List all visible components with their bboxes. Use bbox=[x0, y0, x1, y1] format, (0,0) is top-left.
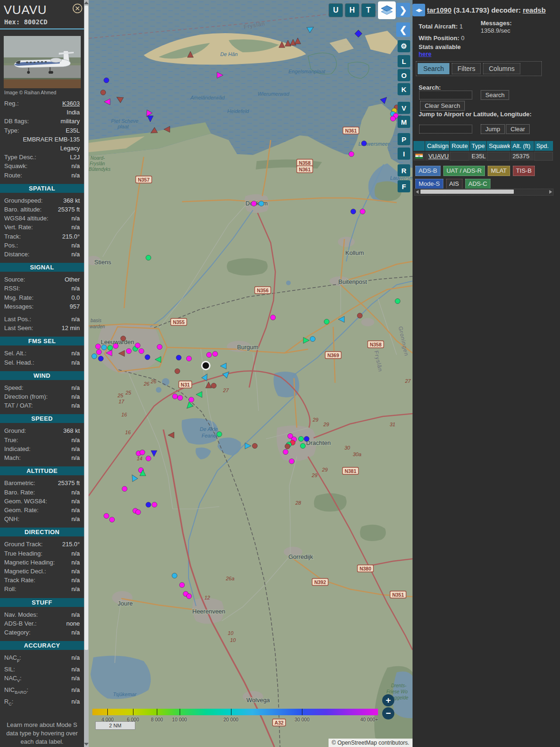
badge-mode-s[interactable]: Mode-S bbox=[415, 179, 443, 189]
aircraft-marker[interactable] bbox=[126, 349, 132, 354]
tar1090-link[interactable]: tar1090 bbox=[427, 6, 452, 14]
column-header[interactable]: Squawk bbox=[487, 141, 510, 151]
table-row[interactable]: VUAVUE35L25375 bbox=[413, 152, 553, 161]
badge-ads-b[interactable]: ADS-B bbox=[415, 166, 441, 176]
aircraft-marker[interactable] bbox=[289, 459, 294, 464]
aircraft-marker[interactable] bbox=[211, 383, 217, 388]
aircraft-marker[interactable] bbox=[104, 78, 109, 83]
aircraft-marker[interactable] bbox=[349, 152, 354, 157]
aircraft-marker[interactable] bbox=[301, 444, 306, 449]
aircraft-marker[interactable] bbox=[271, 315, 276, 320]
info-value[interactable]: K3603 bbox=[21, 99, 80, 108]
scroll-left-icon[interactable] bbox=[416, 190, 419, 194]
aircraft-marker[interactable] bbox=[252, 444, 258, 449]
aircraft-marker[interactable] bbox=[146, 255, 151, 261]
map-button-k[interactable]: K bbox=[398, 83, 410, 95]
badge-uat-ads-r[interactable]: UAT / ADS-R bbox=[443, 166, 485, 176]
tab-filters[interactable]: Filters bbox=[452, 63, 481, 74]
selected-aircraft-marker[interactable] bbox=[202, 362, 210, 370]
map-button-i[interactable]: I bbox=[398, 148, 410, 160]
search-button[interactable]: Search bbox=[481, 90, 509, 100]
aircraft-marker[interactable] bbox=[360, 209, 365, 214]
close-icon[interactable] bbox=[72, 3, 83, 14]
clear-search-button[interactable]: Clear Search bbox=[420, 101, 465, 111]
aircraft-marker[interactable] bbox=[97, 350, 102, 355]
settings-button[interactable]: ⚙ bbox=[398, 40, 410, 52]
jump-button[interactable]: Jump bbox=[481, 124, 505, 134]
aircraft-marker[interactable] bbox=[121, 336, 126, 341]
search-input[interactable] bbox=[419, 91, 472, 99]
map-button-o[interactable]: O bbox=[398, 69, 410, 81]
aircraft-marker[interactable] bbox=[146, 502, 151, 507]
scroll-down-icon[interactable] bbox=[84, 743, 89, 746]
map-button-h[interactable]: H bbox=[345, 4, 359, 17]
aircraft-marker[interactable] bbox=[157, 345, 162, 350]
aircraft-marker[interactable] bbox=[324, 319, 329, 324]
scroll-right-icon[interactable] bbox=[549, 190, 552, 194]
callsign-link[interactable]: VUAVU bbox=[428, 153, 449, 160]
aircraft-marker[interactable] bbox=[102, 345, 107, 350]
map-button-m[interactable]: M bbox=[398, 116, 410, 128]
aircraft-marker[interactable] bbox=[299, 437, 304, 442]
aircraft-marker[interactable] bbox=[304, 437, 309, 442]
readsb-link[interactable]: readsb bbox=[523, 6, 546, 14]
map-attribution[interactable]: © OpenStreetMap contributors. bbox=[329, 739, 413, 747]
scroll-up-icon[interactable] bbox=[84, 1, 89, 4]
badge-ais[interactable]: AIS bbox=[446, 179, 462, 189]
column-header[interactable]: Route bbox=[450, 141, 469, 151]
aircraft-marker[interactable] bbox=[283, 450, 288, 455]
aircraft-marker[interactable] bbox=[110, 517, 115, 522]
column-header[interactable]: Spd. bbox=[534, 141, 553, 151]
aircraft-marker[interactable] bbox=[139, 349, 144, 354]
aircraft-marker[interactable] bbox=[180, 583, 185, 588]
layers-button[interactable] bbox=[378, 1, 396, 19]
aircraft-marker[interactable] bbox=[152, 502, 157, 507]
scrollbar-thumb[interactable] bbox=[84, 6, 88, 650]
aircraft-marker[interactable] bbox=[187, 594, 192, 599]
column-header[interactable]: Type bbox=[470, 141, 487, 151]
aircraft-marker[interactable] bbox=[173, 394, 178, 399]
badge-mlat[interactable]: MLAT bbox=[488, 166, 510, 176]
zoom-in-button[interactable]: + bbox=[382, 694, 394, 706]
sidebar-scrollbar[interactable] bbox=[84, 0, 89, 747]
aircraft-marker[interactable] bbox=[96, 344, 101, 349]
aircraft-marker[interactable] bbox=[145, 355, 150, 360]
aircraft-marker[interactable] bbox=[140, 450, 145, 455]
aircraft-marker[interactable] bbox=[108, 345, 113, 351]
aircraft-marker[interactable] bbox=[146, 456, 151, 461]
panel-expand-button[interactable]: ❯ bbox=[396, 3, 410, 17]
badge-ads-c[interactable]: ADS-C bbox=[465, 179, 490, 189]
aircraft-marker[interactable] bbox=[310, 337, 315, 342]
map-button-p[interactable]: P bbox=[398, 133, 410, 145]
tab-search[interactable]: Search bbox=[418, 63, 449, 74]
aircraft-marker[interactable] bbox=[189, 397, 194, 402]
tab-columns[interactable]: Columns bbox=[483, 63, 520, 74]
aircraft-marker[interactable] bbox=[136, 510, 141, 515]
aircraft-marker[interactable] bbox=[213, 352, 218, 357]
aircraft-marker[interactable] bbox=[113, 344, 119, 349]
aircraft-marker[interactable] bbox=[135, 343, 140, 348]
panel-toggle-button[interactable]: ◀▶ bbox=[413, 4, 425, 16]
aircraft-marker[interactable] bbox=[176, 355, 182, 360]
map-button-u[interactable]: U bbox=[329, 4, 343, 17]
aircraft-marker[interactable] bbox=[252, 201, 257, 206]
panel-collapse-button-map[interactable]: ❮ bbox=[396, 22, 410, 37]
aircraft-marker[interactable] bbox=[357, 313, 363, 318]
table-horizontal-scrollbar[interactable] bbox=[414, 189, 553, 196]
hscroll-thumb[interactable] bbox=[420, 190, 514, 194]
map-button-r[interactable]: R bbox=[398, 164, 410, 176]
aircraft-marker[interactable] bbox=[122, 486, 127, 492]
column-header[interactable]: Callsign bbox=[425, 141, 449, 151]
aircraft-marker[interactable] bbox=[101, 90, 106, 95]
aircraft-marker[interactable] bbox=[104, 514, 109, 519]
badge-tis-b[interactable]: TIS-B bbox=[513, 166, 535, 176]
column-header[interactable] bbox=[413, 141, 425, 151]
map[interactable]: FryslânDe HânEngelsmanplaatWierumerwadAm… bbox=[89, 0, 413, 747]
aircraft-marker[interactable] bbox=[391, 116, 396, 121]
map-button-t[interactable]: T bbox=[362, 4, 375, 17]
map-button-f[interactable]: F bbox=[398, 180, 410, 192]
zoom-out-button[interactable]: − bbox=[382, 707, 394, 719]
aircraft-marker[interactable] bbox=[207, 352, 212, 358]
map-button-l[interactable]: L bbox=[398, 55, 410, 67]
aircraft-marker[interactable] bbox=[362, 141, 367, 146]
